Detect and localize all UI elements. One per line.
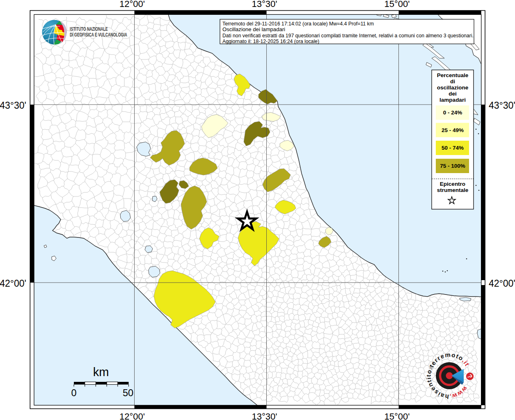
svg-text:oscillazione: oscillazione [437, 84, 469, 91]
svg-text:Oscillazione dei lampadari: Oscillazione dei lampadari [222, 26, 285, 32]
svg-text:di: di [450, 78, 455, 84]
svg-text:15°00': 15°00' [385, 0, 410, 9]
svg-text:13°30': 13°30' [252, 0, 277, 9]
svg-text:12°00': 12°00' [119, 411, 145, 420]
svg-text:Epicentro: Epicentro [440, 181, 465, 187]
svg-text:Aggiornato il: 18-12-2025 16:2: Aggiornato il: 18-12-2025 16:24 (ora loc… [222, 38, 319, 44]
svg-text:0: 0 [71, 388, 76, 398]
svg-text:12°00': 12°00' [119, 0, 145, 9]
svg-text:43°30': 43°30' [0, 100, 26, 111]
svg-text:Terremoto del 29-11-2016 17:14: Terremoto del 29-11-2016 17:14:02 (ora l… [222, 21, 374, 27]
svg-text:dei: dei [449, 91, 457, 97]
svg-text:50 - 74%: 50 - 74% [442, 145, 464, 151]
svg-text:42°00': 42°00' [489, 278, 515, 289]
svg-text:ISTITUTO NAZIONALE: ISTITUTO NAZIONALE [70, 26, 108, 32]
svg-text:Percentuale: Percentuale [437, 72, 469, 78]
svg-text:lampadari: lampadari [439, 97, 466, 103]
svg-text:15°00': 15°00' [385, 411, 410, 420]
svg-text:75 - 100%: 75 - 100% [440, 163, 465, 169]
svg-text:0 - 24%: 0 - 24% [443, 110, 462, 116]
svg-text:km: km [93, 365, 109, 379]
svg-text:25 - 49%: 25 - 49% [442, 127, 464, 133]
svg-text:43°30': 43°30' [489, 100, 515, 111]
svg-text:Dati non verificati estratti d: Dati non verificati estratti da 197 ques… [222, 32, 474, 39]
svg-text:DI GEOFISICA E VULCANOLOGIA: DI GEOFISICA E VULCANOLOGIA [70, 32, 127, 37]
svg-text:13°30': 13°30' [252, 411, 277, 420]
svg-text:50: 50 [123, 388, 133, 398]
svg-text:42°00': 42°00' [0, 278, 26, 289]
svg-text:strumentale: strumentale [437, 187, 469, 193]
